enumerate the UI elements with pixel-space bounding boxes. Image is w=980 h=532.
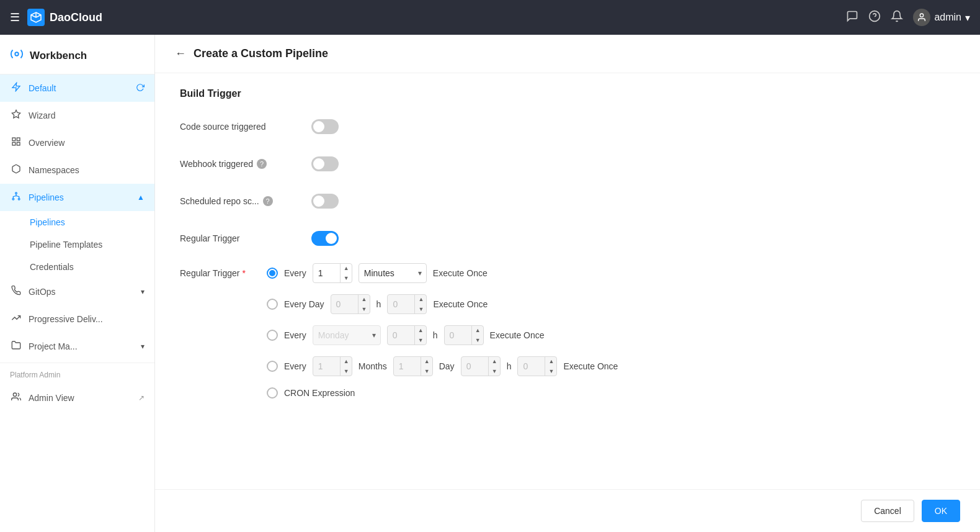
form-area: Build Trigger Code source triggered Webh… [155, 73, 980, 489]
pipelines-icon [10, 191, 22, 204]
every-day-min-spinners: ▲ ▼ [414, 294, 427, 314]
every-month-h-down: ▼ [489, 366, 501, 376]
every-day-h-label: h [376, 299, 381, 309]
sidebar-title: Workbench [30, 50, 87, 62]
sidebar-item-label-admin-view: Admin View [29, 393, 74, 403]
every-week-h-spinners: ▲ ▼ [414, 325, 427, 345]
svg-point-12 [18, 198, 20, 200]
every-week-day-select[interactable]: Monday Tuesday Wednesday Thursday Friday… [313, 325, 381, 345]
radio-every-day[interactable] [267, 299, 278, 310]
trigger-row-webhook: Webhook triggered ? [180, 151, 955, 176]
sidebar-item-label-default: Default [29, 83, 56, 93]
sidebar-item-admin-view[interactable]: Admin View ↗ [0, 384, 154, 412]
sidebar-item-project-ma[interactable]: Project Ma... ▾ [0, 333, 154, 360]
svg-rect-9 [17, 142, 20, 145]
chat-icon[interactable] [846, 10, 858, 25]
sidebar-item-label-pipelines: Pipelines [29, 192, 64, 202]
every-day-min-wrap: ▲ ▼ [387, 294, 427, 314]
help-icon[interactable] [868, 10, 881, 25]
rt-row-every: Regular Trigger * Every ▲ ▼ M [180, 263, 955, 283]
sidebar-item-label-namespaces: Namespaces [29, 165, 79, 175]
sidebar-item-default[interactable]: Default [0, 74, 154, 102]
every-value-up[interactable]: ▲ [341, 263, 352, 273]
sidebar-item-overview[interactable]: Overview [0, 129, 154, 156]
sidebar-item-wizard[interactable]: Wizard [0, 102, 154, 129]
sidebar-sub-item-pipeline-templates[interactable]: Pipeline Templates [20, 233, 154, 256]
gitops-icon [10, 286, 22, 298]
sidebar-item-gitops[interactable]: GitOps ▾ [0, 278, 154, 305]
bell-icon[interactable] [891, 10, 903, 25]
ok-button[interactable]: OK [922, 500, 960, 522]
every-label: Every [284, 268, 306, 278]
regular-trigger-section: Regular Trigger * Every ▲ ▼ M [180, 263, 955, 399]
svg-point-10 [16, 192, 17, 194]
admin-view-icon [10, 392, 22, 404]
every-week-min-up: ▲ [472, 325, 484, 335]
sidebar-sub-item-credentials[interactable]: Credentials [20, 256, 154, 278]
gitops-chevron-icon: ▾ [141, 287, 145, 296]
every-week-h-down: ▼ [415, 335, 427, 345]
scheduled-repo-help-icon[interactable]: ? [263, 196, 273, 206]
trigger-label-regular: Regular Trigger [180, 233, 304, 243]
every-month-min-down: ▼ [545, 366, 557, 376]
every-week-label: Every [284, 330, 306, 340]
required-star: * [243, 268, 246, 278]
every-month-day-wrap: ▲ ▼ [393, 356, 433, 376]
trigger-row-regular: Regular Trigger [180, 226, 955, 251]
trigger-label-scheduled-repo: Scheduled repo sc... ? [180, 196, 304, 206]
toggle-scheduled-repo[interactable] [311, 194, 339, 209]
cron-label: CRON Expression [284, 388, 355, 398]
every-value-down[interactable]: ▼ [341, 273, 352, 283]
rt-row-every-month: Every ▲ ▼ Months ▲ ▼ [180, 356, 955, 376]
trigger-row-code-source: Code source triggered [180, 114, 955, 139]
sidebar-item-namespaces[interactable]: Namespaces [0, 156, 154, 184]
toggle-webhook-slider [311, 156, 339, 171]
sidebar-item-label-wizard: Wizard [29, 110, 56, 120]
radio-every-month[interactable] [267, 361, 278, 372]
user-menu[interactable]: admin ▾ [913, 9, 970, 26]
every-week-execute-once: Execute Once [490, 330, 545, 340]
sidebar-item-pipelines[interactable]: Pipelines ▲ [0, 184, 154, 211]
svg-point-3 [920, 14, 924, 17]
every-month-min-up: ▲ [545, 356, 557, 366]
workbench-icon [10, 47, 24, 64]
sidebar-sub-item-pipelines[interactable]: Pipelines [20, 211, 154, 233]
user-name: admin [934, 12, 961, 23]
radio-every-week[interactable] [267, 330, 278, 341]
cancel-button[interactable]: Cancel [861, 500, 914, 522]
svg-point-13 [13, 393, 16, 396]
every-day-min-down: ▼ [415, 304, 427, 314]
radio-cron[interactable] [267, 387, 278, 399]
toggle-regular[interactable] [311, 231, 339, 246]
rt-label-every-header: Regular Trigger * [180, 268, 261, 278]
back-button[interactable]: ← [175, 47, 186, 60]
overview-icon [10, 137, 22, 149]
topnav: ☰ DaoCloud admin ▾ [0, 0, 980, 35]
logo-icon [27, 9, 45, 26]
every-month-h-wrap: ▲ ▼ [461, 356, 501, 376]
every-value-spinners: ▲ ▼ [340, 263, 352, 283]
every-unit-select[interactable]: Minutes Hours Days [359, 263, 427, 283]
sidebar-item-progressive-deliv[interactable]: Progressive Deliv... [0, 305, 154, 333]
page-title: Create a Custom Pipeline [194, 47, 328, 60]
avatar [913, 9, 930, 26]
webhook-help-icon[interactable]: ? [257, 159, 267, 169]
content-header: ← Create a Custom Pipeline [155, 35, 980, 73]
toggle-code-source[interactable] [311, 119, 339, 134]
every-day-min-up: ▲ [415, 294, 427, 304]
svg-point-4 [15, 52, 19, 56]
hamburger-icon[interactable]: ☰ [10, 11, 20, 24]
user-chevron-icon: ▾ [965, 12, 970, 24]
toggle-webhook[interactable] [311, 156, 339, 171]
every-month-day-down: ▼ [421, 366, 433, 376]
toggle-scheduled-repo-slider [311, 194, 339, 209]
every-month-months-down: ▼ [341, 366, 352, 376]
pipelines-sub-menu: Pipelines Pipeline Templates Credentials [0, 211, 154, 278]
sidebar-item-label-project-ma: Project Ma... [29, 341, 78, 351]
section-title-build-trigger: Build Trigger [180, 88, 955, 99]
refresh-icon[interactable] [136, 83, 145, 94]
every-month-day-label: Day [439, 361, 455, 371]
every-day-h-spinners: ▲ ▼ [358, 294, 370, 314]
radio-every[interactable] [267, 268, 278, 279]
trigger-label-webhook: Webhook triggered ? [180, 159, 304, 169]
